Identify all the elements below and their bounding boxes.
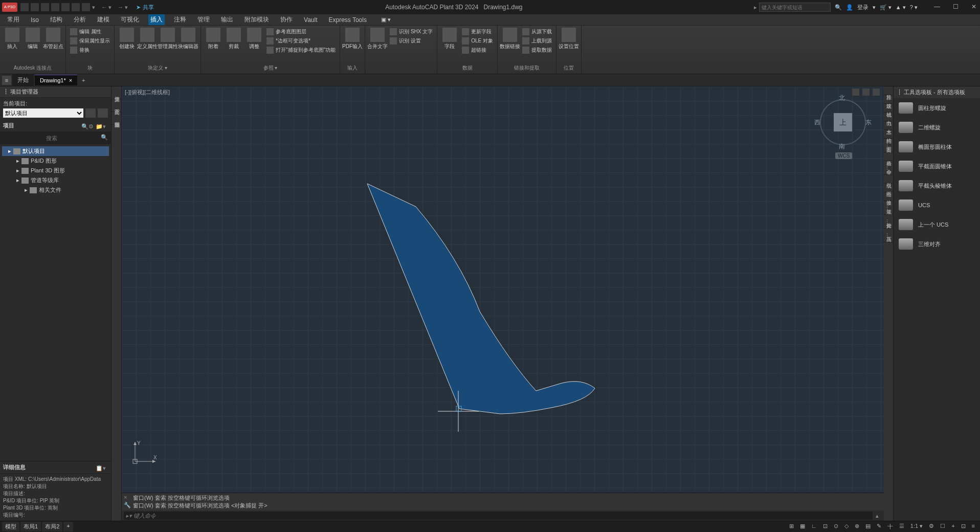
- viewcube-west[interactable]: 西: [814, 118, 820, 127]
- right-vtab-4[interactable]: 土木: [884, 121, 893, 130]
- status-item-1[interactable]: ▦: [798, 522, 807, 531]
- vp-close-icon[interactable]: [873, 88, 880, 96]
- right-vtab-5[interactable]: 结构: [884, 130, 893, 139]
- project-dropdown[interactable]: 默认项目: [3, 108, 83, 118]
- tree-item-3[interactable]: ▸管道等级库: [2, 175, 109, 185]
- ribbon-small-7-1[interactable]: 上载到源: [521, 37, 553, 45]
- menu-item-13[interactable]: Express Tools: [326, 15, 368, 25]
- project-search-input[interactable]: [2, 135, 101, 141]
- menu-item-10[interactable]: 附加模块: [242, 14, 271, 25]
- share-button[interactable]: ➤ 共享: [136, 4, 154, 11]
- menu-item-8[interactable]: 管理: [195, 14, 212, 25]
- menu-overflow-icon[interactable]: ▣ ▾: [381, 16, 391, 23]
- login-dropdown-icon[interactable]: ▾: [873, 4, 876, 11]
- ribbon-button-2-2[interactable]: 管理属性: [159, 28, 177, 50]
- right-vtab-12[interactable]: 常规…: [884, 201, 893, 215]
- ribbon-small-7-0[interactable]: 从源下载: [521, 28, 553, 36]
- proj-tool4-icon[interactable]: ▾: [103, 123, 108, 128]
- qat-dropdown-icon[interactable]: ▾: [92, 4, 95, 11]
- menu-item-4[interactable]: 建模: [95, 14, 112, 25]
- viewcube-north[interactable]: 北: [839, 94, 845, 102]
- ribbon-button-6-0[interactable]: 字段: [440, 28, 459, 50]
- menu-item-9[interactable]: 输出: [219, 14, 235, 25]
- viewport-label[interactable]: [-][俯视][二维线框]: [125, 88, 170, 96]
- status-extra-2[interactable]: +: [949, 522, 956, 531]
- apps-icon[interactable]: ▲ ▾: [896, 4, 906, 11]
- right-vtab-14[interactable]: 高压…: [884, 229, 893, 242]
- ribbon-button-3-2[interactable]: 调整: [245, 28, 263, 50]
- ribbon-button-2-1[interactable]: 定义属性: [138, 28, 157, 50]
- ribbon-button-2-3[interactable]: 块编辑器: [179, 28, 197, 50]
- qat-undo-icon[interactable]: [72, 3, 80, 11]
- qat-save-icon[interactable]: [41, 3, 49, 11]
- ribbon-button-0-1[interactable]: 编辑: [24, 28, 42, 50]
- ribbon-small-3-1[interactable]: *边框可变选项*: [265, 37, 337, 45]
- tool-item-6[interactable]: 上一个 UCS: [894, 215, 980, 234]
- close-button[interactable]: ✕: [970, 3, 978, 11]
- layout-add-button[interactable]: +: [63, 522, 73, 531]
- proj-tool3-icon[interactable]: 📁: [96, 123, 101, 128]
- ribbon-small-6-0[interactable]: 更新字段: [461, 28, 494, 36]
- login-label[interactable]: 登录: [857, 4, 868, 11]
- ribbon-button-3-1[interactable]: 剪裁: [225, 28, 243, 50]
- tab-drawing1[interactable]: Drawing1*×: [35, 75, 77, 85]
- proj-tool2-icon[interactable]: ⚙: [88, 123, 94, 128]
- menu-item-6[interactable]: 插入: [148, 14, 165, 25]
- status-item-6[interactable]: ⊕: [853, 522, 861, 531]
- ribbon-button-0-0[interactable]: 插入: [3, 28, 21, 50]
- viewcube-south[interactable]: 南: [839, 142, 845, 151]
- proj-tool1-icon[interactable]: 🔍: [81, 123, 86, 128]
- hamburger-icon[interactable]: ≡: [2, 76, 11, 85]
- tool-item-0[interactable]: 圆柱形螺旋: [894, 98, 980, 118]
- status-item-4[interactable]: ⊙: [832, 522, 840, 531]
- drawing-shape[interactable]: [244, 179, 603, 424]
- menu-item-5[interactable]: 可视化: [119, 14, 141, 25]
- menu-item-3[interactable]: 分析: [72, 14, 88, 25]
- tool-item-3[interactable]: 平截面圆锥体: [894, 157, 980, 176]
- detail-tool2-icon[interactable]: ▾: [103, 465, 108, 470]
- ribbon-small-6-1[interactable]: OLE 对象: [461, 37, 494, 45]
- tool-item-7[interactable]: 三维对齐: [894, 234, 980, 254]
- vtab-0[interactable]: 源文件: [112, 86, 121, 99]
- tree-item-1[interactable]: ▸P&ID 图形: [2, 156, 109, 166]
- help-search-input[interactable]: [759, 3, 831, 12]
- command-input[interactable]: [124, 512, 873, 520]
- status-item-9[interactable]: 十: [885, 522, 895, 531]
- viewcube[interactable]: 上 北 南 东 西 WCS: [817, 97, 868, 148]
- maximize-button[interactable]: ☐: [951, 3, 960, 11]
- ribbon-small-1-0[interactable]: 编辑 属性: [69, 28, 111, 36]
- right-vtab-8[interactable]: 命令…: [884, 161, 893, 175]
- vp-minimize-icon[interactable]: [852, 88, 859, 96]
- status-item-3[interactable]: ⊡: [821, 522, 830, 531]
- menu-item-2[interactable]: 结构: [48, 14, 64, 25]
- tool-item-5[interactable]: UCS: [894, 195, 980, 215]
- project-btn2-icon[interactable]: [98, 108, 108, 118]
- ribbon-small-6-2[interactable]: 超链接: [461, 46, 494, 54]
- right-vtab-13[interactable]: 荧光灯…: [884, 215, 893, 229]
- ribbon-small-7-2[interactable]: 提取数据: [521, 46, 553, 54]
- vtab-1[interactable]: 正交图: [112, 99, 121, 112]
- right-vtab-3[interactable]: 电力: [884, 113, 893, 121]
- tool-item-2[interactable]: 椭圆形圆柱体: [894, 137, 980, 157]
- tab-start[interactable]: 开始: [12, 74, 34, 86]
- status-scale[interactable]: 1:1 ▾: [908, 522, 925, 531]
- ribbon-button-3-0[interactable]: 附着: [204, 28, 222, 50]
- cmd-close-icon[interactable]: ×: [124, 494, 127, 500]
- ribbon-small-3-0[interactable]: 参考底图图层: [265, 28, 337, 36]
- right-vtab-9[interactable]: 引线: [884, 175, 893, 184]
- minimize-button[interactable]: —: [933, 3, 941, 11]
- ribbon-small-1-1[interactable]: 保留属性显示: [69, 37, 111, 45]
- menu-item-7[interactable]: 注释: [172, 14, 188, 25]
- menu-item-0[interactable]: 常用: [5, 14, 21, 25]
- right-vtab-7[interactable]: 表格: [884, 152, 893, 161]
- search-icon[interactable]: 🔍: [835, 4, 842, 11]
- command-expand-icon[interactable]: ▴: [873, 513, 882, 519]
- ribbon-button-7-0[interactable]: 数据链接: [501, 28, 519, 50]
- tree-item-4[interactable]: ▸相关文件: [2, 185, 109, 195]
- viewcube-face[interactable]: 上: [834, 113, 852, 131]
- right-vtab-10[interactable]: 绘图: [884, 184, 893, 192]
- status-extra-1[interactable]: ☐: [938, 522, 947, 531]
- cart-icon[interactable]: 🛒 ▾: [880, 4, 892, 11]
- ribbon-small-5-0[interactable]: 识别 SHX 文字: [389, 28, 434, 36]
- project-search-icon[interactable]: 🔍: [101, 134, 109, 142]
